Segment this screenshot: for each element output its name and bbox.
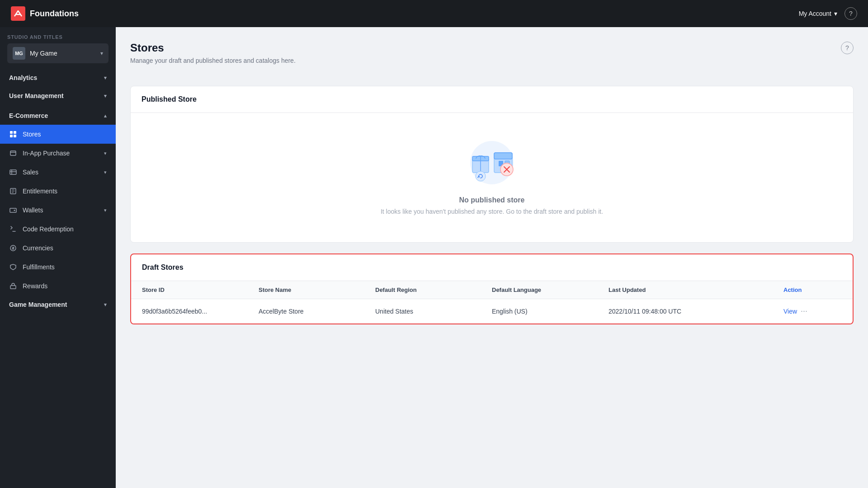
page-subtitle: Manage your draft and published stores a…	[130, 57, 296, 64]
ecommerce-chevron: ▴	[104, 113, 107, 119]
game-avatar: MG	[13, 47, 25, 60]
sales-chevron: ▾	[104, 169, 107, 175]
game-name: My Game	[30, 50, 96, 57]
in-app-chevron: ▾	[104, 150, 107, 156]
svg-point-19	[476, 171, 486, 181]
content-help-icon[interactable]: ?	[841, 42, 854, 54]
fulfillments-icon	[9, 263, 17, 271]
draft-stores-table: Store ID Store Name Default Region Defau…	[131, 281, 853, 324]
game-selector[interactable]: MG My Game ▾	[7, 43, 108, 63]
empty-store-desc: It looks like you haven't published any …	[381, 208, 603, 215]
draft-stores-header: Draft Stores	[131, 254, 853, 281]
ecommerce-section: E-Commerce ▴ Stores	[0, 107, 116, 296]
app-logo-icon	[11, 6, 25, 21]
published-store-card: Published Store	[130, 86, 854, 243]
studio-label: STUDIO AND TITLES	[7, 34, 108, 40]
svg-rect-15	[494, 153, 512, 159]
svg-rect-5	[10, 151, 16, 155]
sidebar-item-fulfillments[interactable]: Fulfillments	[0, 258, 116, 277]
sidebar-item-game-management[interactable]: Game Management ▾	[0, 296, 116, 314]
svg-rect-1	[10, 131, 13, 134]
sidebar-item-in-app-purchase[interactable]: In-App Purchase ▾	[0, 144, 116, 163]
top-navigation: Foundations My Account ▾ ?	[0, 0, 868, 27]
svg-rect-2	[14, 131, 16, 134]
top-nav-right: My Account ▾ ?	[799, 7, 857, 20]
main-content: Stores Manage your draft and published s…	[116, 27, 868, 488]
svg-point-8	[14, 210, 15, 211]
cell-store-id: 99d0f3a6b5264feeb0...	[142, 308, 259, 315]
sidebar-item-ecommerce[interactable]: E-Commerce ▴	[0, 107, 116, 125]
published-store-header: Published Store	[131, 86, 853, 113]
col-default-region: Default Region	[375, 286, 492, 293]
rewards-icon	[9, 282, 17, 290]
cell-store-name: AccelByte Store	[259, 308, 375, 315]
col-last-updated: Last Updated	[609, 286, 783, 293]
sales-icon	[9, 168, 17, 176]
sidebar-item-entitlements[interactable]: Entitlements	[0, 182, 116, 201]
svg-rect-6	[10, 170, 16, 174]
svg-rect-4	[14, 135, 16, 137]
cell-action: View ···	[783, 306, 842, 316]
studio-section: STUDIO AND TITLES MG My Game ▾	[0, 27, 116, 67]
sidebar-item-currencies[interactable]: Currencies	[0, 239, 116, 258]
app-title: Foundations	[30, 9, 79, 19]
cell-default-language: English (US)	[492, 308, 609, 315]
draft-stores-card: Draft Stores Store ID Store Name Default…	[130, 253, 854, 324]
top-nav-left: Foundations	[11, 6, 79, 21]
sidebar-item-sales[interactable]: Sales ▾	[0, 163, 116, 182]
svg-rect-0	[11, 6, 25, 21]
user-management-chevron: ▾	[104, 93, 107, 99]
my-account-button[interactable]: My Account ▾	[799, 10, 837, 17]
stores-icon	[9, 130, 17, 138]
help-icon[interactable]: ?	[844, 7, 857, 20]
published-store-empty-state: No published store It looks like you hav…	[131, 113, 853, 242]
wallets-icon	[9, 206, 17, 214]
svg-rect-10	[10, 286, 16, 289]
col-default-language: Default Language	[492, 286, 609, 293]
game-management-chevron: ▾	[104, 302, 107, 308]
main-layout: STUDIO AND TITLES MG My Game ▾ Analytics…	[0, 27, 868, 488]
empty-store-title: No published store	[459, 196, 525, 204]
sidebar-item-stores[interactable]: Stores	[0, 125, 116, 144]
table-header-row: Store ID Store Name Default Region Defau…	[131, 281, 853, 299]
wallets-chevron: ▾	[104, 207, 107, 213]
nav-section-top: Analytics ▾ User Management ▾	[0, 67, 116, 107]
table-row: 99d0f3a6b5264feeb0... AccelByte Store Un…	[131, 299, 853, 324]
page-title: Stores	[130, 42, 296, 54]
chevron-down-icon: ▾	[834, 10, 837, 17]
analytics-chevron: ▾	[104, 75, 107, 81]
col-store-name: Store Name	[259, 286, 375, 293]
col-action: Action	[783, 286, 842, 293]
cell-default-region: United States	[375, 308, 492, 315]
empty-store-illustration	[467, 140, 517, 187]
sidebar-item-rewards[interactable]: Rewards	[0, 277, 116, 296]
in-app-purchase-icon	[9, 149, 17, 157]
sidebar-item-wallets[interactable]: Wallets ▾	[0, 201, 116, 220]
currencies-icon	[9, 244, 17, 252]
cell-last-updated: 2022/10/11 09:48:00 UTC	[609, 308, 783, 315]
svg-rect-3	[10, 135, 13, 137]
sidebar: STUDIO AND TITLES MG My Game ▾ Analytics…	[0, 27, 116, 488]
sidebar-item-analytics[interactable]: Analytics ▾	[0, 69, 116, 87]
sidebar-item-user-management[interactable]: User Management ▾	[0, 87, 116, 105]
entitlements-icon	[9, 187, 17, 195]
sidebar-item-code-redemption[interactable]: Code Redemption	[0, 220, 116, 239]
code-redemption-icon	[9, 225, 17, 233]
view-action-link[interactable]: View	[783, 308, 797, 315]
col-store-id: Store ID	[142, 286, 259, 293]
more-options-button[interactable]: ···	[801, 306, 807, 316]
page-header: Stores Manage your draft and published s…	[130, 42, 296, 64]
game-selector-chevron: ▾	[100, 50, 103, 56]
